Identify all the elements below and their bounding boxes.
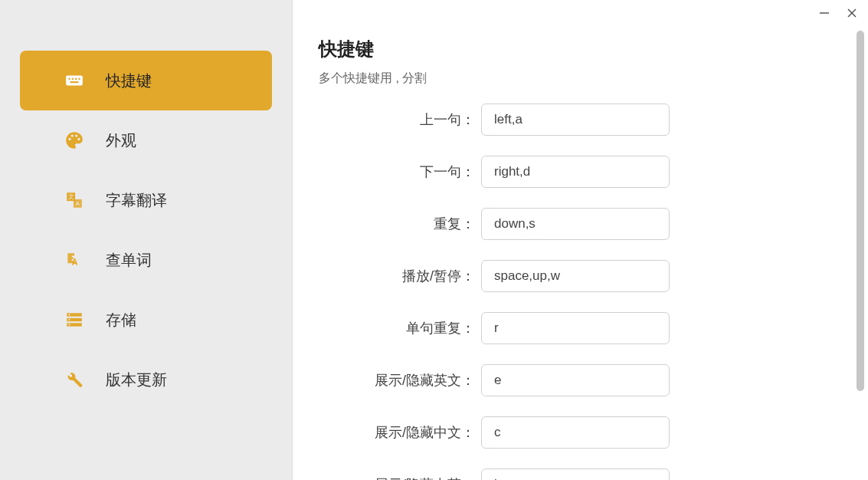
sidebar-item-label: 外观 (106, 130, 136, 151)
shortcut-form: 上一句： 下一句： 重复： 播放/暂停： 单句重复： 展示/隐藏英文： (319, 104, 868, 480)
shortcut-input-single-repeat[interactable] (481, 312, 670, 344)
svg-point-15 (68, 319, 70, 321)
svg-rect-8 (70, 81, 79, 83)
svg-point-16 (68, 324, 70, 325)
page-title: 快捷键 (319, 37, 868, 61)
storage-icon (64, 310, 84, 330)
shortcut-row-toggle-both: 展示/隐藏中英： (319, 468, 868, 480)
keyboard-icon (64, 71, 84, 90)
sidebar-item-storage[interactable]: 存储 (20, 290, 272, 350)
shortcut-label: 下一句： (319, 163, 481, 181)
svg-rect-7 (78, 78, 80, 80)
palette-icon (64, 130, 84, 150)
shortcut-row-repeat: 重复： (319, 208, 868, 240)
sidebar-item-shortcuts[interactable]: 快捷键 (20, 51, 272, 110)
scrollbar-thumb[interactable] (857, 31, 864, 391)
svg-text:文: 文 (68, 193, 74, 200)
close-icon (847, 8, 857, 18)
shortcut-label: 展示/隐藏中文： (319, 423, 481, 442)
sidebar-item-update[interactable]: 版本更新 (20, 350, 272, 409)
svg-rect-4 (68, 78, 70, 80)
sidebar-item-label: 查单词 (106, 250, 152, 271)
shortcut-input-toggle-both[interactable] (481, 468, 670, 480)
shortcut-row-toggle-cn: 展示/隐藏中文： (319, 416, 868, 449)
shortcut-row-prev: 上一句： (319, 104, 868, 136)
shortcut-label: 单句重复： (319, 319, 481, 337)
shortcut-label: 重复： (319, 215, 481, 233)
svg-rect-6 (75, 78, 77, 80)
shortcut-input-prev[interactable] (481, 104, 670, 136)
minimize-button[interactable] (817, 6, 831, 20)
shortcut-row-playpause: 播放/暂停： (319, 260, 868, 292)
shortcut-label: 展示/隐藏英文： (319, 371, 481, 390)
shortcut-label: 上一句： (319, 110, 481, 129)
shortcut-input-toggle-cn[interactable] (481, 416, 670, 449)
sidebar-item-label: 存储 (106, 310, 136, 330)
shortcut-label: 展示/隐藏中英： (319, 475, 481, 480)
wrench-icon (64, 370, 84, 390)
sidebar-item-lookup[interactable]: 查单词 (20, 230, 272, 290)
svg-point-14 (68, 314, 70, 315)
window-controls (817, 6, 859, 20)
dictionary-icon (64, 250, 84, 270)
shortcut-input-toggle-en[interactable] (481, 364, 670, 396)
svg-rect-5 (72, 78, 74, 80)
shortcut-row-single-repeat: 单句重复： (319, 312, 868, 344)
sidebar-item-subtitle-translate[interactable]: 文A 字幕翻译 (20, 170, 272, 230)
sidebar-item-label: 字幕翻译 (106, 190, 167, 211)
minimize-icon (819, 8, 830, 18)
close-button[interactable] (845, 6, 859, 20)
shortcut-input-playpause[interactable] (481, 260, 670, 292)
scrollbar[interactable] (857, 31, 864, 414)
shortcut-row-toggle-en: 展示/隐藏英文： (319, 364, 868, 396)
sidebar-item-label: 版本更新 (106, 370, 167, 390)
svg-rect-3 (66, 76, 83, 86)
shortcut-input-repeat[interactable] (481, 208, 670, 240)
shortcut-label: 播放/暂停： (319, 267, 481, 285)
sidebar-item-appearance[interactable]: 外观 (20, 110, 272, 170)
page-subtitle: 多个快捷键用 , 分割 (319, 71, 868, 87)
shortcut-row-next: 下一句： (319, 156, 868, 188)
sidebar: 快捷键 外观 文A 字幕翻译 查单词 存储 (0, 0, 293, 480)
sidebar-item-label: 快捷键 (106, 71, 152, 91)
main-content: 快捷键 多个快捷键用 , 分割 上一句： 下一句： 重复： 播放/暂停： 单句重… (293, 0, 868, 480)
translate-icon: 文A (64, 190, 84, 210)
shortcut-input-next[interactable] (481, 156, 670, 188)
